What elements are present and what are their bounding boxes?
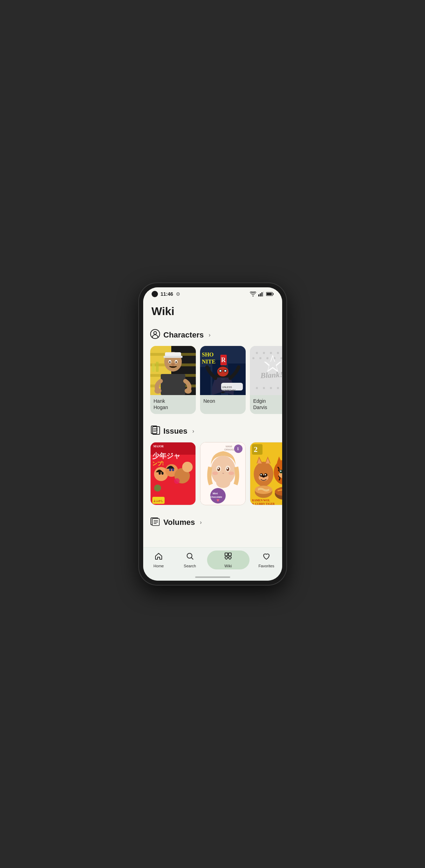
volumes-section: Volumes ›	[143, 514, 282, 537]
svg-rect-6	[266, 293, 272, 295]
svg-point-121	[260, 474, 262, 475]
issues-label: Issues	[164, 427, 188, 436]
characters-section: Characters ›	[143, 326, 282, 422]
svg-point-86	[174, 478, 180, 484]
issue-card-ramen[interactable]: 2	[250, 442, 282, 505]
hank-image	[150, 346, 196, 395]
svg-point-22	[171, 363, 175, 366]
nav-wiki[interactable]: Wiki	[207, 550, 250, 569]
nav-home[interactable]: Home	[143, 550, 174, 569]
svg-point-43	[224, 370, 226, 372]
character-card-hank[interactable]: HankHogan	[150, 346, 196, 414]
svg-point-25	[185, 388, 192, 394]
home-label: Home	[153, 564, 164, 568]
svg-point-65	[263, 387, 265, 389]
svg-point-105	[228, 472, 234, 475]
character-card-edgin[interactable]: Blank! EdginDarvis	[250, 346, 282, 414]
svg-rect-2	[261, 292, 263, 296]
svg-line-147	[192, 558, 193, 560]
bottom-nav: Home Search	[143, 547, 282, 574]
volumes-chevron: ›	[200, 519, 202, 526]
svg-text:ンプ!: ンプ!	[152, 461, 164, 466]
svg-text:よふかし: よふかし	[153, 500, 163, 502]
page-title: Wiki	[143, 299, 282, 326]
svg-text:Blank!: Blank!	[260, 370, 282, 380]
status-bar: 11:46 ⚙	[143, 287, 282, 299]
svg-point-64	[256, 387, 258, 389]
svg-text:2: 2	[254, 445, 258, 454]
svg-point-55	[259, 357, 261, 359]
svg-point-102	[218, 468, 219, 469]
svg-point-56	[266, 357, 268, 359]
phone-screen: 11:46 ⚙	[143, 287, 282, 581]
svg-text:1: 1	[237, 446, 239, 451]
svg-point-67	[277, 387, 279, 389]
nav-favorites[interactable]: Favorites	[251, 550, 282, 569]
characters-row: HankHogan SHO	[143, 346, 282, 422]
svg-text:MAMI: MAMI	[226, 445, 232, 448]
svg-text:& CURRY TIGER: & CURRY TIGER	[252, 502, 275, 505]
svg-text:ORIKASA: ORIKASA	[224, 448, 235, 451]
search-label: Search	[184, 564, 196, 568]
wiki-icon	[224, 552, 232, 562]
svg-point-21	[175, 361, 177, 363]
characters-chevron: ›	[208, 332, 210, 338]
issues-row: MAJOR	[143, 442, 282, 514]
edgin-name: EdginDarvis	[250, 395, 282, 414]
svg-text:SOMETHIN': SOMETHIN'	[222, 389, 235, 392]
settings-icon[interactable]: ⚙	[176, 291, 180, 297]
svg-point-83	[161, 472, 164, 475]
characters-icon	[150, 329, 160, 341]
edgin-image: Blank!	[250, 346, 282, 395]
issue-card-major[interactable]: MAJOR	[150, 442, 196, 505]
svg-point-24	[154, 388, 161, 394]
svg-rect-148	[225, 553, 228, 556]
volumes-section-header[interactable]: Volumes ›	[143, 514, 282, 533]
svg-point-123	[262, 475, 265, 478]
svg-point-81	[182, 462, 193, 472]
favorites-label: Favorites	[258, 564, 274, 568]
search-icon	[186, 552, 194, 562]
svg-text:NITE: NITE	[202, 359, 215, 365]
svg-rect-3	[263, 292, 264, 296]
svg-rect-71	[153, 427, 160, 434]
svg-rect-26	[152, 363, 155, 372]
home-indicator	[143, 574, 282, 581]
status-right	[250, 292, 274, 296]
svg-point-54	[252, 357, 254, 359]
scroll-content: Wiki Characters ›	[143, 299, 282, 547]
issues-chevron: ›	[192, 428, 194, 434]
svg-point-8	[154, 332, 157, 334]
svg-point-82	[159, 472, 161, 475]
character-card-neon[interactable]: SHO NITE R	[200, 346, 246, 414]
svg-point-84	[169, 468, 171, 471]
phone-frame: 11:46 ⚙	[139, 283, 286, 585]
svg-point-50	[270, 352, 272, 354]
svg-point-85	[172, 468, 174, 471]
svg-point-51	[277, 352, 279, 354]
svg-rect-70	[151, 426, 157, 434]
issues-section-header[interactable]: Issues ›	[143, 422, 282, 442]
svg-point-104	[212, 472, 218, 475]
camera-dot	[152, 291, 158, 297]
svg-text:R: R	[221, 356, 226, 363]
volumes-label: Volumes	[164, 518, 195, 527]
svg-point-122	[265, 474, 266, 475]
issues-section: Issues › MAJOR	[143, 422, 282, 514]
characters-section-header[interactable]: Characters ›	[143, 326, 282, 346]
svg-rect-23	[161, 374, 185, 395]
status-left: 11:46 ⚙	[152, 291, 181, 297]
svg-point-49	[263, 352, 265, 354]
nav-search[interactable]: Search	[174, 550, 206, 569]
svg-point-42	[219, 370, 221, 372]
neon-name: Neon	[200, 395, 246, 408]
favorites-icon	[262, 552, 271, 562]
svg-text:少年ジャ: 少年ジャ	[152, 452, 180, 460]
svg-point-66	[270, 387, 272, 389]
svg-rect-5	[273, 293, 273, 295]
svg-point-130	[280, 470, 281, 472]
wiki-label: Wiki	[225, 564, 232, 568]
issues-icon	[150, 425, 160, 437]
issue-card-mint[interactable]: MAMI ORIKASA 1	[200, 442, 246, 505]
signal-icon	[258, 292, 264, 296]
